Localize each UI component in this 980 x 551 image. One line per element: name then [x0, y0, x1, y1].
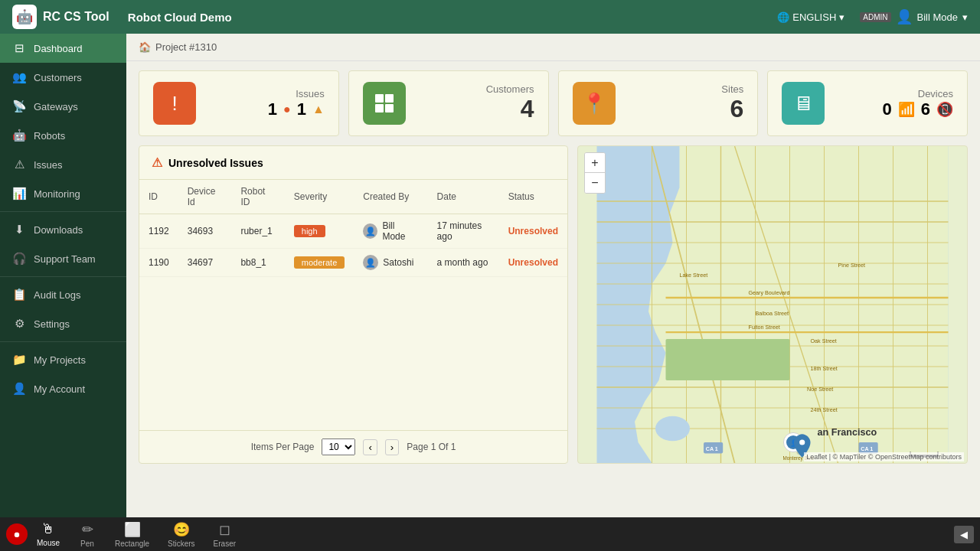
svg-point-32	[655, 416, 690, 441]
svg-text:24th Street: 24th Street	[811, 406, 838, 413]
rectangle-tool[interactable]: ⬜ Rectangle	[106, 518, 158, 551]
record-button[interactable]: ⏺	[6, 523, 28, 545]
svg-rect-1	[385, 94, 394, 103]
customers-card-value: 4	[418, 95, 534, 123]
stickers-tool[interactable]: 😊 Stickers	[158, 518, 204, 551]
svg-text:CA 1: CA 1	[861, 445, 873, 452]
customers-card-label: Customers	[418, 83, 534, 95]
mouse-tool[interactable]: 🖱 Mouse	[28, 518, 69, 550]
sites-card-icon: 📍	[573, 82, 616, 125]
row1-id: 1192	[139, 214, 178, 249]
row2-device-id: 34697	[178, 249, 232, 277]
map-zoom-controls: + −	[584, 152, 606, 194]
app-title: RC CS Tool	[43, 10, 109, 24]
eraser-tool[interactable]: ◻ Eraser	[204, 518, 245, 551]
issues-card-sub: 1 ● 1 ▲	[208, 99, 325, 119]
creator-name-1: Bill Mode	[382, 220, 418, 242]
devices-card-body: Devices 0 📶 6 📵	[837, 88, 953, 119]
prev-page-button[interactable]: ‹	[363, 439, 377, 455]
language-selector[interactable]: 🌐 ENGLISH ▾	[777, 11, 844, 23]
issues-table-header-row: ID Device Id Robot ID Severity Created B…	[139, 180, 567, 214]
col-severity: Severity	[285, 180, 354, 214]
row2-id: 1190	[139, 249, 178, 277]
sidebar-item-gateways[interactable]: 📡 Gateways	[0, 92, 126, 121]
svg-text:an Francisco: an Francisco	[818, 427, 877, 438]
pagination: Items Per Page 10 25 50 ‹ › Page 1 Of 1	[139, 430, 567, 463]
sidebar-label-downloads: Downloads	[34, 224, 83, 236]
avatar-2: 👤	[363, 255, 378, 270]
summary-cards: ! Issues 1 ● 1 ▲	[126, 61, 980, 145]
row2-severity: moderate	[285, 249, 354, 277]
sidebar-item-audit-logs[interactable]: 📋 Audit Logs	[0, 280, 126, 309]
sidebar-item-support-team[interactable]: 🎧 Support Team	[0, 244, 126, 273]
table-row[interactable]: 1192 34693 ruber_1 high 👤 Bill Mode 17 m…	[139, 214, 567, 249]
sidebar-item-downloads[interactable]: ⬇ Downloads	[0, 215, 126, 244]
issues-table: ID Device Id Robot ID Severity Created B…	[139, 180, 567, 277]
stickers-label: Stickers	[168, 540, 195, 548]
col-created-by: Created By	[354, 180, 427, 214]
downloads-icon: ⬇	[12, 223, 26, 236]
devices-online-count: 0	[883, 99, 892, 119]
map-attribution: Leaflet | © MapTiler © OpenStreetMap con…	[804, 452, 964, 461]
next-page-button[interactable]: ›	[385, 439, 399, 455]
dashboard-icon: ⊟	[12, 41, 26, 55]
avatar-1: 👤	[363, 223, 377, 239]
items-per-page-label: Items Per Page	[251, 442, 315, 452]
svg-rect-2	[375, 104, 384, 112]
svg-text:CA 1: CA 1	[706, 445, 718, 452]
gateways-icon: 📡	[12, 99, 26, 113]
row1-date: 17 minutes ago	[428, 214, 499, 249]
sidebar-label-support: Support Team	[34, 253, 96, 265]
pen-label: Pen	[80, 540, 94, 548]
zoom-out-button[interactable]: −	[585, 173, 605, 193]
row2-created-by: 👤 Satoshi	[354, 249, 427, 277]
sidebar-item-dashboard[interactable]: ⊟ Dashboard	[0, 34, 126, 63]
svg-text:Balboa Street: Balboa Street	[756, 310, 789, 317]
my-account-icon: 👤	[12, 382, 26, 396]
error-badge-icon: ●	[283, 103, 291, 116]
devices-offline-count: 6	[921, 99, 930, 119]
page-label: Page 1 Of 1	[407, 442, 456, 452]
sidebar-item-customers[interactable]: 👥 Customers	[0, 63, 126, 92]
sidebar-item-issues[interactable]: ⚠ Issues	[0, 150, 126, 179]
sidebar-item-robots[interactable]: 🤖 Robots	[0, 121, 126, 150]
sidebar-divider-3	[0, 341, 126, 342]
svg-rect-31	[666, 339, 790, 380]
devices-card-label: Devices	[837, 88, 953, 99]
main-content: 🏠 Project #1310 ! Issues 1 ● 1 ▲	[126, 34, 980, 551]
issues-card: ! Issues 1 ● 1 ▲	[139, 70, 339, 136]
row2-status: Unresolved	[499, 249, 567, 277]
pen-tool[interactable]: ✏ Pen	[69, 518, 106, 551]
sites-card-label: Sites	[628, 83, 744, 95]
sidebar-divider-1	[0, 211, 126, 212]
issues-count-warning: 1	[297, 99, 306, 119]
items-per-page-select[interactable]: 10 25 50	[322, 439, 355, 455]
sidebar-item-settings[interactable]: ⚙ Settings	[0, 309, 126, 338]
navbar-right: 🌐 ENGLISH ▾ ADMIN 👤 Bill Mode ▾	[777, 8, 968, 25]
sites-card-value: 6	[628, 95, 744, 123]
map-svg: Geary Boulevard Fulton Street Balboa Str…	[578, 146, 967, 463]
sidebar-item-monitoring[interactable]: 📊 Monitoring	[0, 179, 126, 208]
created-by-cell-2: 👤 Satoshi	[363, 255, 418, 270]
map-container[interactable]: Geary Boulevard Fulton Street Balboa Str…	[578, 146, 967, 463]
svg-text:Lake Street: Lake Street	[680, 272, 708, 279]
user-menu-button[interactable]: ADMIN 👤 Bill Mode ▾	[860, 8, 968, 25]
toolbar-collapse-button[interactable]: ◀	[954, 526, 974, 543]
severity-high-badge: high	[294, 225, 325, 237]
status-badge-1: Unresolved	[508, 226, 558, 236]
sidebar-label-monitoring: Monitoring	[34, 188, 80, 200]
user-name-label: Bill Mode	[917, 11, 958, 23]
sidebar-item-my-account[interactable]: 👤 My Account	[0, 374, 126, 403]
zoom-in-button[interactable]: +	[585, 153, 605, 173]
creator-name-2: Satoshi	[383, 257, 413, 268]
no-wifi-icon: 📵	[936, 101, 953, 118]
svg-text:18th Street: 18th Street	[811, 365, 838, 372]
table-row[interactable]: 1190 34697 bb8_1 moderate 👤 Satoshi a mo…	[139, 249, 567, 277]
row1-device-id: 34693	[178, 214, 232, 249]
svg-rect-3	[385, 104, 394, 112]
row2-date: a month ago	[428, 249, 499, 277]
warning-badge-icon: ▲	[312, 103, 325, 116]
customers-card: Customers 4	[348, 70, 549, 136]
sidebar-item-my-projects[interactable]: 📁 My Projects	[0, 345, 126, 374]
wifi-icon: 📶	[898, 101, 915, 118]
